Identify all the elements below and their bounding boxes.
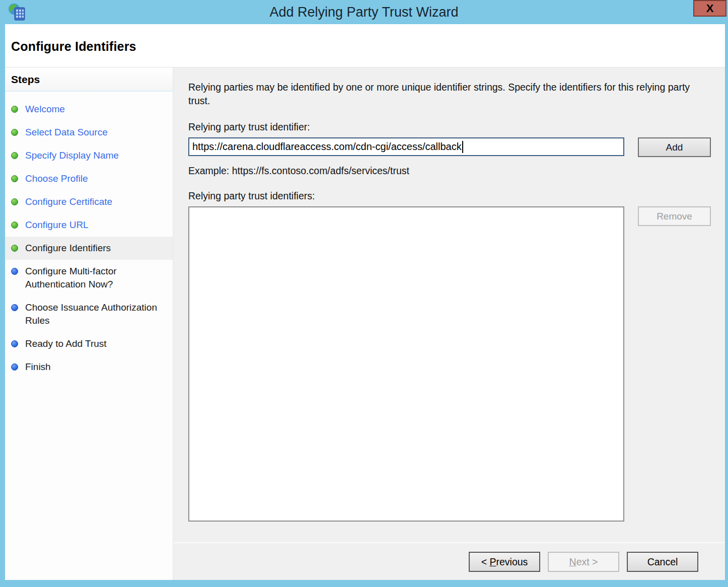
page-header: Configure Identifiers [5, 24, 725, 67]
window-title: Add Relying Party Trust Wizard [0, 5, 728, 20]
footer-bar: < Previous Next > Cancel [173, 542, 725, 580]
step-status-icon [11, 304, 18, 311]
step-description: Relying parties may be identified by one… [188, 81, 711, 108]
previous-button[interactable]: < Previous [469, 552, 540, 572]
step-label: Select Data Source [25, 126, 108, 139]
cancel-button[interactable]: Cancel [627, 552, 698, 572]
step-label: Choose Profile [25, 172, 88, 185]
sidebar-step-ready-to-add-trust: Ready to Add Trust [5, 332, 173, 355]
step-status-icon [11, 152, 18, 159]
sidebar-step-configure-url: Configure URL [5, 213, 173, 237]
step-status-icon [11, 198, 18, 205]
close-button[interactable]: X [693, 0, 726, 17]
step-label: Configure Multi-factor Authentication No… [25, 265, 169, 291]
sidebar-step-configure-multi-factor-authentication-now: Configure Multi-factor Authentication No… [5, 260, 173, 296]
identifier-input-value: https://carena.cloudflareaccess.com/cdn-… [192, 141, 462, 153]
identifiers-listbox[interactable] [188, 206, 624, 522]
step-label: Welcome [25, 103, 65, 116]
text-caret [462, 141, 463, 153]
wizard-window: Add Relying Party Trust Wizard X Configu… [0, 0, 728, 587]
identifiers-list-label: Relying party trust identifiers: [188, 190, 711, 202]
identifier-input[interactable]: https://carena.cloudflareaccess.com/cdn-… [188, 137, 624, 156]
step-status-icon [11, 222, 18, 229]
sidebar-step-select-data-source: Select Data Source [5, 121, 173, 144]
page-title: Configure Identifiers [11, 39, 725, 54]
sidebar-step-finish: Finish [5, 355, 173, 379]
remove-button[interactable]: Remove [638, 206, 711, 226]
step-status-icon [11, 268, 18, 275]
step-status-icon [11, 340, 18, 347]
steps-sidebar: Steps WelcomeSelect Data SourceSpecify D… [5, 67, 173, 580]
step-status-icon [11, 129, 18, 136]
step-label: Configure Certificate [25, 195, 112, 208]
sidebar-step-configure-identifiers: Configure Identifiers [5, 237, 173, 260]
identifier-label: Relying party trust identifier: [188, 121, 711, 133]
step-label: Finish [25, 360, 51, 374]
step-status-icon [11, 363, 18, 371]
step-status-icon [11, 175, 18, 182]
steps-list: WelcomeSelect Data SourceSpecify Display… [5, 92, 173, 379]
example-text: Example: https://fs.contoso.com/adfs/ser… [188, 165, 711, 177]
steps-header: Steps [5, 67, 173, 92]
step-label: Specify Display Name [25, 149, 119, 162]
step-label: Configure URL [25, 218, 89, 232]
sidebar-step-choose-profile: Choose Profile [5, 167, 173, 190]
next-button[interactable]: Next > [548, 552, 619, 572]
main-panel: Relying parties may be identified by one… [173, 67, 725, 542]
titlebar: Add Relying Party Trust Wizard X [0, 0, 728, 24]
sidebar-step-specify-display-name: Specify Display Name [5, 144, 173, 167]
step-label: Ready to Add Trust [25, 337, 107, 350]
step-label: Configure Identifiers [25, 242, 111, 255]
sidebar-step-choose-issuance-authorization-rules: Choose Issuance Authorization Rules [5, 296, 173, 332]
dialog-body: Configure Identifiers Steps WelcomeSelec… [5, 24, 725, 580]
step-label: Choose Issuance Authorization Rules [25, 301, 169, 327]
sidebar-step-welcome: Welcome [5, 98, 173, 121]
sidebar-step-configure-certificate: Configure Certificate [5, 190, 173, 213]
step-status-icon [11, 106, 18, 113]
add-button[interactable]: Add [638, 137, 711, 157]
step-status-icon [11, 245, 18, 252]
